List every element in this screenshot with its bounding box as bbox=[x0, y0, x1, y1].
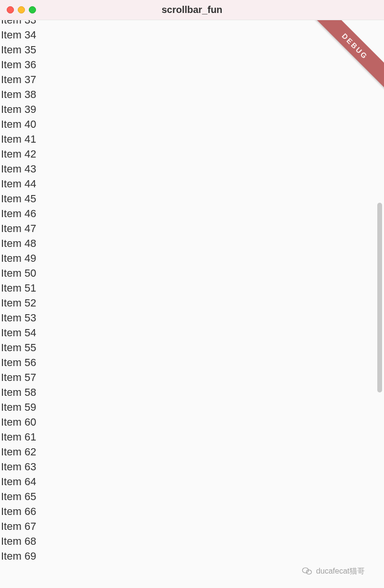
list-item: Item 39 bbox=[0, 102, 384, 117]
list-item: Item 48 bbox=[0, 236, 384, 251]
list-item: Item 60 bbox=[0, 415, 384, 429]
list-item: Item 40 bbox=[0, 117, 384, 132]
maximize-button[interactable] bbox=[29, 6, 36, 13]
list-item: Item 67 bbox=[0, 519, 384, 534]
list-item: Item 68 bbox=[0, 534, 384, 549]
scrollbar-thumb[interactable] bbox=[377, 203, 382, 392]
list-item: Item 33 bbox=[0, 20, 384, 27]
list-item: Item 42 bbox=[0, 147, 384, 161]
list-item: Item 65 bbox=[0, 489, 384, 504]
window-title: scrollbar_fun bbox=[0, 4, 384, 15]
list-item: Item 61 bbox=[0, 429, 384, 444]
scrollbar-track[interactable] bbox=[377, 20, 382, 588]
list-item: Item 51 bbox=[0, 281, 384, 295]
watermark-text: ducafecat猫哥 bbox=[316, 566, 365, 576]
list-item: Item 35 bbox=[0, 42, 384, 57]
list-item: Item 46 bbox=[0, 206, 384, 221]
minimize-button[interactable] bbox=[18, 6, 25, 13]
list-item: Item 47 bbox=[0, 221, 384, 236]
list-item: Item 52 bbox=[0, 295, 384, 310]
list-item: Item 44 bbox=[0, 176, 384, 191]
list-item: Item 50 bbox=[0, 266, 384, 281]
list-item: Item 57 bbox=[0, 370, 384, 385]
list-item: Item 45 bbox=[0, 191, 384, 206]
list-item: Item 37 bbox=[0, 72, 384, 87]
svg-point-1 bbox=[306, 570, 312, 574]
wechat-icon bbox=[302, 566, 312, 576]
list-item: Item 49 bbox=[0, 251, 384, 266]
list-item: Item 41 bbox=[0, 132, 384, 147]
list-item: Item 55 bbox=[0, 340, 384, 355]
list-item: Item 64 bbox=[0, 474, 384, 489]
list-item: Item 38 bbox=[0, 87, 384, 102]
list-item: Item 62 bbox=[0, 444, 384, 459]
list-item: Item 59 bbox=[0, 400, 384, 415]
list-item: Item 58 bbox=[0, 385, 384, 400]
traffic-lights bbox=[7, 6, 36, 13]
list-item: Item 66 bbox=[0, 504, 384, 519]
list-item: Item 36 bbox=[0, 57, 384, 72]
list-item: Item 63 bbox=[0, 459, 384, 474]
list-item: Item 34 bbox=[0, 27, 384, 42]
list-item: Item 53 bbox=[0, 310, 384, 325]
close-button[interactable] bbox=[7, 6, 14, 13]
watermark: ducafecat猫哥 bbox=[302, 566, 365, 576]
window-titlebar: scrollbar_fun bbox=[0, 0, 384, 20]
list-item: Item 54 bbox=[0, 325, 384, 340]
list-item: Item 43 bbox=[0, 161, 384, 176]
list-item: Item 56 bbox=[0, 355, 384, 370]
content-area[interactable]: Item 33 Item 34 Item 35 Item 36 Item 37 … bbox=[0, 20, 384, 588]
list-container: Item 33 Item 34 Item 35 Item 36 Item 37 … bbox=[0, 20, 384, 564]
list-item: Item 69 bbox=[0, 549, 384, 564]
